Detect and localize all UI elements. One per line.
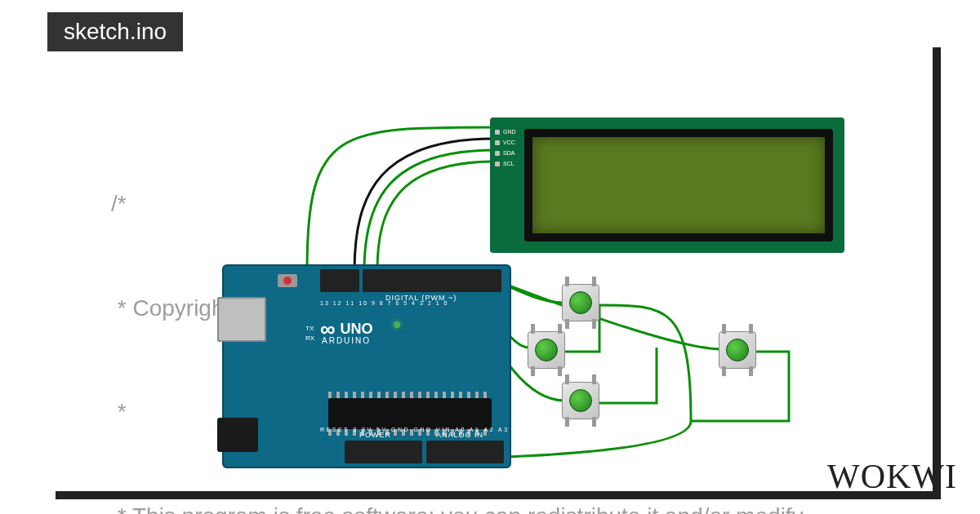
- brand-label: ARDUINO: [322, 336, 371, 345]
- lcd-2004[interactable]: GND VCC SDA SCL: [490, 117, 844, 253]
- model-label: UNO: [341, 321, 373, 338]
- push-button-up[interactable]: [562, 284, 599, 321]
- pin-header-icon: [345, 441, 422, 463]
- power-led-icon: [394, 321, 400, 328]
- digital-label: DIGITAL (PWM ~): [385, 294, 457, 302]
- lcd-pin-label: SCL: [493, 161, 516, 166]
- push-button-left[interactable]: [528, 331, 565, 369]
- pin-header-icon: [426, 441, 504, 463]
- usb-port-icon: [217, 297, 266, 342]
- lcd-pin-label: GND: [493, 129, 516, 135]
- simulator-canvas: /* * Copyright (c) 2023 Jan Novotny * * …: [47, 39, 933, 491]
- rx-label: RX: [305, 335, 314, 342]
- lcd-pin-label: VCC: [493, 140, 516, 145]
- wokwi-logo: WOKWI: [827, 457, 957, 496]
- pin-header-icon: [363, 269, 501, 292]
- file-tab[interactable]: sketch.ino: [47, 12, 183, 51]
- lcd-screen: [524, 129, 833, 241]
- reset-button[interactable]: [278, 274, 297, 287]
- push-button-right[interactable]: [719, 331, 756, 369]
- push-button-down[interactable]: [562, 382, 599, 419]
- atmega-chip-icon: [328, 398, 492, 429]
- pin-header-icon: [320, 269, 359, 292]
- tx-label: TX: [305, 325, 314, 332]
- arduino-uno[interactable]: 13 12 11 10 9 8 7 6 5 4 3 2 1 0 DIGITAL …: [222, 264, 511, 468]
- power-jack-icon: [217, 418, 258, 452]
- pin-labels-bottom: RESET 3.3V 5V GND GND VIN A0 A1 A2 A3 A4…: [320, 427, 538, 432]
- lcd-pin-label: SDA: [493, 150, 516, 156]
- circuit-layer: GND VCC SDA SCL 13 12 11 10 9 8 7 6 5 4 …: [95, 78, 980, 514]
- lcd-pins: GND VCC SDA SCL: [493, 129, 516, 166]
